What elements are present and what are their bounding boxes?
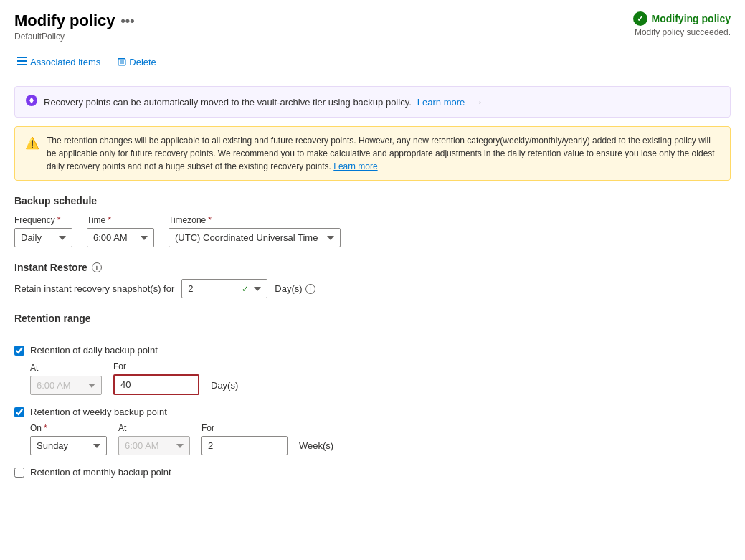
daily-at-select[interactable]: 6:00 AM <box>30 376 102 395</box>
daily-checkbox-row: Retention of daily backup point <box>14 345 731 356</box>
status-section: ✓ Modifying policy Modify policy succeed… <box>633 11 731 37</box>
weekly-unit: Week(s) <box>299 440 333 455</box>
daily-at-label: At <box>30 363 102 373</box>
page-subtitle: DefaultPolicy <box>14 32 134 42</box>
time-required: * <box>108 215 111 225</box>
retention-divider <box>14 333 731 333</box>
weekly-on-label: On * <box>30 423 107 433</box>
instant-restore-title-text: Instant Restore <box>14 262 87 273</box>
monthly-retention-item: Retention of monthly backup point <box>14 467 731 478</box>
page-title-text: Modify policy <box>14 11 115 30</box>
page-title-row: Modify policy ••• <box>14 11 134 30</box>
delete-button[interactable]: Delete <box>115 53 159 71</box>
days-label: Day(s) i <box>275 283 315 294</box>
associated-items-icon <box>17 57 27 67</box>
daily-for-input[interactable] <box>113 374 199 395</box>
weekly-on-select[interactable]: Sunday Monday Tuesday Wednesday Thursday… <box>30 436 107 455</box>
backup-schedule-section: Backup schedule Frequency * Daily Weekly… <box>14 195 731 247</box>
associated-items-button[interactable]: Associated items <box>14 54 103 70</box>
instant-restore-info-icon[interactable]: i <box>92 262 102 272</box>
time-field: Time * 12:00 AM 1:00 AM 2:00 AM 3:00 AM … <box>87 215 154 247</box>
weekly-for-field: For <box>201 423 288 455</box>
time-label: Time * <box>87 215 154 225</box>
weekly-on-required: * <box>44 423 47 433</box>
warning-icon: ⚠️ <box>25 135 39 173</box>
status-title: Modifying policy <box>652 13 731 24</box>
warning-text: The retention changes will be applicable… <box>47 134 720 173</box>
daily-retention-fields: At 6:00 AM For Day(s) <box>30 361 731 395</box>
weekly-at-select[interactable]: 6:00 AM <box>118 436 190 455</box>
associated-items-label: Associated items <box>30 57 100 67</box>
daily-retention-label: Retention of daily backup point <box>30 345 158 356</box>
backup-schedule-fields: Frequency * Daily Weekly Time * 12:00 AM… <box>14 215 731 247</box>
retain-days-select[interactable]: 1 2 3 4 5 <box>181 279 267 298</box>
weekly-retention-checkbox[interactable] <box>14 407 24 417</box>
retention-range-section: Retention range Retention of daily backu… <box>14 313 731 478</box>
daily-for-field: For <box>113 361 199 395</box>
retention-range-title: Retention range <box>14 313 731 324</box>
weekly-retention-label: Retention of weekly backup point <box>30 407 167 417</box>
retain-row: Retain instant recovery snapshot(s) for … <box>14 279 731 298</box>
weekly-fields-row: On * Sunday Monday Tuesday Wednesday Thu… <box>30 423 731 455</box>
frequency-select[interactable]: Daily Weekly <box>14 228 72 247</box>
title-section: Modify policy ••• DefaultPolicy <box>14 11 134 42</box>
more-options-icon[interactable]: ••• <box>121 14 135 29</box>
page-container: Modify policy ••• DefaultPolicy ✓ Modify… <box>0 0 745 503</box>
info-banner-icon <box>25 94 38 110</box>
daily-at-field: At 6:00 AM <box>30 363 102 395</box>
daily-fields-row: At 6:00 AM For Day(s) <box>30 361 731 395</box>
status-success: ✓ Modifying policy <box>633 11 731 26</box>
weekly-at-field: At 6:00 AM <box>118 423 190 455</box>
status-check-icon: ✓ <box>633 11 647 26</box>
weekly-checkbox-row: Retention of weekly backup point <box>14 407 731 417</box>
instant-restore-section: Instant Restore i Retain instant recover… <box>14 262 731 298</box>
timezone-label: Timezone * <box>169 215 341 225</box>
timezone-required: * <box>208 215 212 225</box>
instant-restore-title-row: Instant Restore i <box>14 262 731 273</box>
frequency-field: Frequency * Daily Weekly <box>14 215 72 247</box>
retain-label: Retain instant recovery snapshot(s) for <box>14 283 174 294</box>
weekly-at-label: At <box>118 423 190 433</box>
info-banner: Recovery points can be automatically mov… <box>14 86 731 118</box>
weekly-retention-fields: On * Sunday Monday Tuesday Wednesday Thu… <box>30 423 731 455</box>
delete-label: Delete <box>129 57 156 67</box>
header-row: Modify policy ••• DefaultPolicy ✓ Modify… <box>14 11 731 42</box>
svg-rect-2 <box>17 64 27 65</box>
info-banner-arrow: → <box>473 97 483 108</box>
daily-retention-checkbox[interactable] <box>14 346 24 356</box>
toolbar: Associated items Delete <box>14 47 731 77</box>
weekly-retention-item: Retention of weekly backup point On * Su… <box>14 407 731 455</box>
timezone-select[interactable]: (UTC) Coordinated Universal Time (UTC-05… <box>169 228 341 247</box>
status-subtitle: Modify policy succeeded. <box>635 27 731 37</box>
days-info-icon[interactable]: i <box>305 284 315 294</box>
monthly-checkbox-row: Retention of monthly backup point <box>14 467 731 478</box>
daily-for-label: For <box>113 361 199 371</box>
monthly-retention-label: Retention of monthly backup point <box>30 467 171 478</box>
timezone-field: Timezone * (UTC) Coordinated Universal T… <box>169 215 341 247</box>
retain-select-wrapper: 1 2 3 4 5 ✓ <box>181 279 267 298</box>
svg-rect-0 <box>17 57 27 58</box>
warning-learn-more-link[interactable]: Learn more <box>333 161 377 171</box>
frequency-label: Frequency * <box>14 215 72 225</box>
weekly-for-input[interactable] <box>201 436 288 455</box>
frequency-required: * <box>57 215 61 225</box>
warning-banner: ⚠️ The retention changes will be applica… <box>14 126 731 181</box>
daily-unit: Day(s) <box>211 380 238 395</box>
svg-rect-4 <box>120 57 124 57</box>
info-banner-text: Recovery points can be automatically mov… <box>44 97 412 108</box>
info-banner-learn-more-link[interactable]: Learn more <box>417 97 465 108</box>
svg-rect-1 <box>17 60 27 62</box>
weekly-on-field: On * Sunday Monday Tuesday Wednesday Thu… <box>30 423 107 455</box>
delete-icon <box>118 56 126 68</box>
monthly-retention-checkbox[interactable] <box>14 468 24 478</box>
time-select[interactable]: 12:00 AM 1:00 AM 2:00 AM 3:00 AM 4:00 AM… <box>87 228 154 247</box>
backup-schedule-title: Backup schedule <box>14 195 731 207</box>
weekly-for-label: For <box>201 423 288 433</box>
daily-retention-item: Retention of daily backup point At 6:00 … <box>14 345 731 395</box>
